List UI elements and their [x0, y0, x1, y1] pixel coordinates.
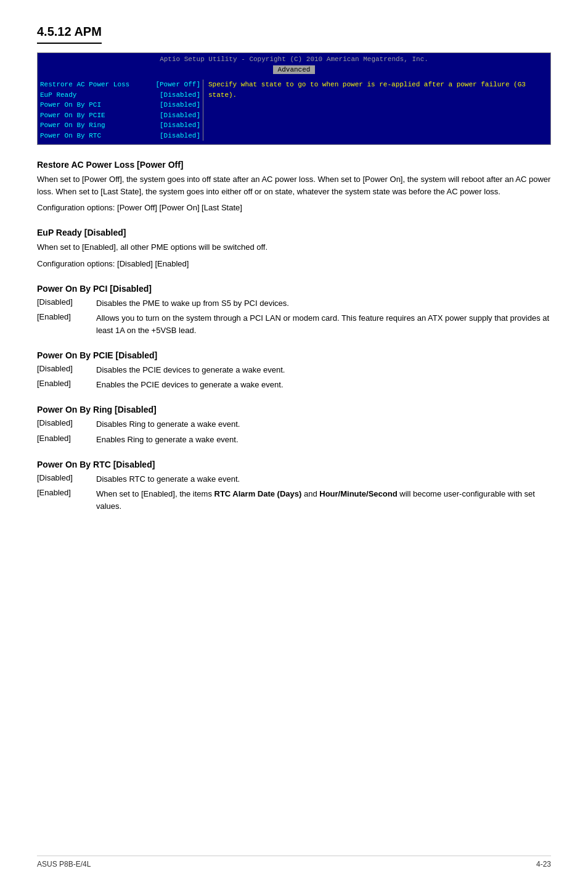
- bios-item-label: Power On By PCIE: [40, 110, 105, 121]
- bios-item-value: [Disabled]: [160, 120, 200, 131]
- definition-row: [Enabled]Enables Ring to generate a wake…: [37, 434, 551, 446]
- section-power-on-pcie: Power On By PCIE [Disabled][Disabled]Dis…: [37, 350, 551, 391]
- section-body-restore-ac: When set to [Power Off], the system goes…: [37, 173, 551, 198]
- bios-menu-item[interactable]: Power On By RTC[Disabled]: [40, 131, 200, 141]
- definition-list-power-on-rtc: [Disabled]Disables RTC to generate a wak…: [37, 473, 551, 513]
- bios-header-text: Aptio Setup Utility - Copyright (C) 2010…: [38, 53, 550, 64]
- section-body-eup-ready: When set to [Enabled], all other PME opt…: [37, 241, 551, 254]
- section-power-on-ring: Power On By Ring [Disabled][Disabled]Dis…: [37, 405, 551, 445]
- bios-help-text: Specify what state to go to when power i…: [203, 80, 548, 141]
- section-config-eup-ready: Configuration options: [Disabled] [Enabl…: [37, 258, 551, 270]
- bios-item-value: [Disabled]: [160, 110, 200, 121]
- definition-row: [Enabled]Enables the PCIE devices to gen…: [37, 379, 551, 391]
- definition-desc: Disables Ring to generate a wake event.: [96, 418, 551, 431]
- definition-row: [Enabled]When set to [Enabled], the item…: [37, 488, 551, 513]
- definition-row: [Disabled]Disables the PCIE devices to g…: [37, 364, 551, 376]
- section-restore-ac: Restore AC Power Loss [Power Off]When se…: [37, 160, 551, 214]
- definition-desc: Disables the PME to wake up from S5 by P…: [96, 297, 551, 310]
- definition-term: [Enabled]: [37, 312, 86, 321]
- section-heading-power-on-pci: Power On By PCI [Disabled]: [37, 284, 551, 294]
- bios-item-label: EuP Ready: [40, 90, 76, 101]
- definition-term: [Disabled]: [37, 418, 86, 427]
- bios-tab-advanced[interactable]: Advanced: [273, 65, 316, 74]
- bios-menu-item[interactable]: Power On By PCI[Disabled]: [40, 100, 200, 110]
- bios-menu-item[interactable]: Power On By PCIE[Disabled]: [40, 110, 200, 121]
- definition-term: [Disabled]: [37, 364, 86, 373]
- page-title: 4.5.12 APM: [37, 25, 102, 44]
- bios-item-value: [Disabled]: [160, 90, 200, 101]
- definition-term: [Enabled]: [37, 379, 86, 388]
- bios-item-value: [Power Off]: [155, 80, 200, 90]
- definition-list-power-on-pcie: [Disabled]Disables the PCIE devices to g…: [37, 364, 551, 391]
- definition-desc: Enables the PCIE devices to generate a w…: [96, 379, 551, 391]
- definition-term: [Enabled]: [37, 488, 86, 497]
- section-config-restore-ac: Configuration options: [Power Off] [Powe…: [37, 202, 551, 214]
- definition-desc: Disables the PCIE devices to generate a …: [96, 364, 551, 376]
- bios-body: Restrore AC Power Loss[Power Off]EuP Rea…: [38, 76, 550, 144]
- section-heading-power-on-ring: Power On By Ring [Disabled]: [37, 405, 551, 415]
- definition-row: [Enabled]Allows you to turn on the syste…: [37, 312, 551, 337]
- footer-right: 4-23: [536, 860, 551, 868]
- section-eup-ready: EuP Ready [Disabled]When set to [Enabled…: [37, 228, 551, 270]
- definition-term: [Disabled]: [37, 297, 86, 307]
- bios-item-label: Power On By Ring: [40, 120, 105, 131]
- bios-item-label: Power On By RTC: [40, 131, 101, 141]
- bios-item-value: [Disabled]: [160, 131, 200, 141]
- bios-menu-item[interactable]: Restrore AC Power Loss[Power Off]: [40, 80, 200, 90]
- bios-screen: Aptio Setup Utility - Copyright (C) 2010…: [37, 52, 551, 145]
- definition-desc: Disables RTC to generate a wake event.: [96, 473, 551, 485]
- bios-menu-item[interactable]: Power On By Ring[Disabled]: [40, 120, 200, 131]
- content-sections: Restore AC Power Loss [Power Off]When se…: [37, 160, 551, 513]
- bios-item-value: [Disabled]: [160, 100, 200, 110]
- definition-row: [Disabled]Disables the PME to wake up fr…: [37, 297, 551, 310]
- section-power-on-rtc: Power On By RTC [Disabled][Disabled]Disa…: [37, 460, 551, 513]
- definition-list-power-on-ring: [Disabled]Disables Ring to generate a wa…: [37, 418, 551, 445]
- section-heading-power-on-rtc: Power On By RTC [Disabled]: [37, 460, 551, 469]
- section-heading-eup-ready: EuP Ready [Disabled]: [37, 228, 551, 237]
- section-heading-restore-ac: Restore AC Power Loss [Power Off]: [37, 160, 551, 170]
- definition-list-power-on-pci: [Disabled]Disables the PME to wake up fr…: [37, 297, 551, 337]
- definition-desc: Allows you to turn on the system through…: [96, 312, 551, 337]
- bios-item-label: Restrore AC Power Loss: [40, 80, 129, 90]
- definition-desc: Enables Ring to generate a wake event.: [96, 434, 551, 446]
- footer-left: ASUS P8B-E/4L: [37, 860, 91, 868]
- definition-desc: When set to [Enabled], the items RTC Ala…: [96, 488, 551, 513]
- bios-item-label: Power On By PCI: [40, 100, 101, 110]
- bios-tab-bar: Advanced: [38, 64, 550, 76]
- definition-term: [Disabled]: [37, 473, 86, 482]
- definition-row: [Disabled]Disables Ring to generate a wa…: [37, 418, 551, 431]
- definition-row: [Disabled]Disables RTC to generate a wak…: [37, 473, 551, 485]
- definition-term: [Enabled]: [37, 434, 86, 443]
- section-power-on-pci: Power On By PCI [Disabled][Disabled]Disa…: [37, 284, 551, 337]
- section-heading-power-on-pcie: Power On By PCIE [Disabled]: [37, 350, 551, 360]
- bios-menu-item[interactable]: EuP Ready[Disabled]: [40, 90, 200, 101]
- bios-left-panel: Restrore AC Power Loss[Power Off]EuP Rea…: [40, 80, 200, 141]
- page-footer: ASUS P8B-E/4L 4-23: [37, 856, 551, 868]
